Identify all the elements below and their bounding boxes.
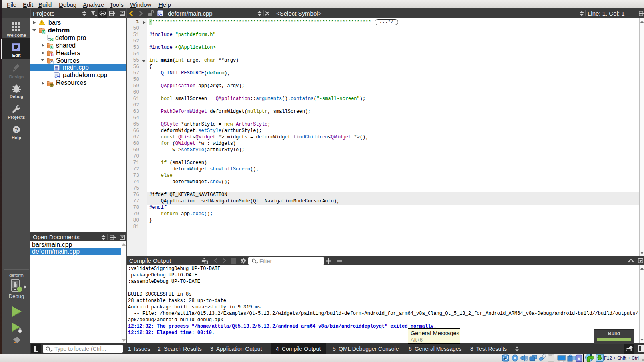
svg-text:V: V (578, 356, 581, 361)
svg-text:C: C (158, 13, 160, 16)
svg-text:Qt: Qt (50, 38, 54, 41)
svg-text:?: ? (15, 127, 18, 133)
svg-text:Qt: Qt (42, 30, 46, 34)
svg-text:C: C (55, 75, 57, 78)
svg-text:Qt: Qt (50, 46, 54, 49)
svg-text:C: C (55, 67, 57, 71)
svg-text:+: + (52, 60, 53, 63)
svg-text:h: h (51, 53, 53, 56)
